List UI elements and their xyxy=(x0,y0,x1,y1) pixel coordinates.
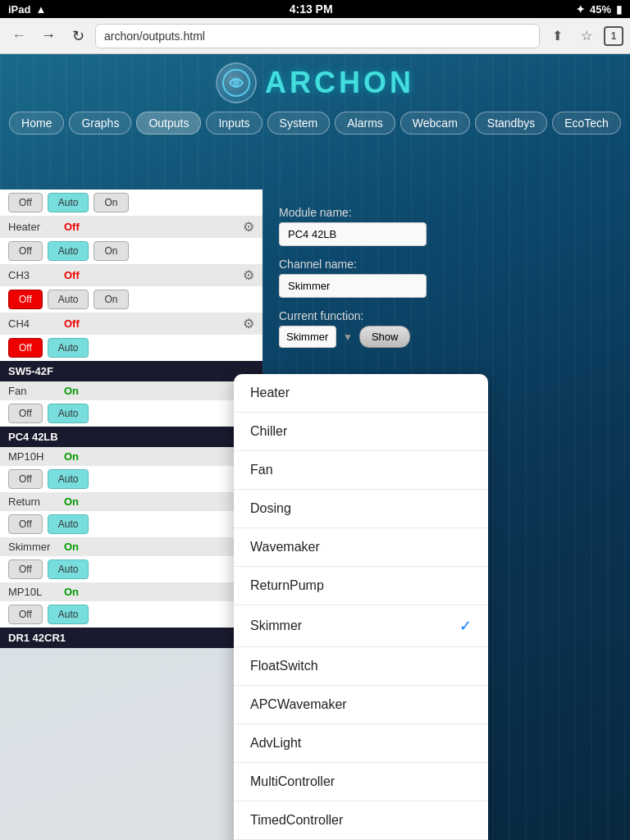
reload-button[interactable]: ↻ xyxy=(66,24,90,48)
dropdown-apcwavemaker[interactable]: APCWavemaker xyxy=(234,686,488,724)
mp10l-name: MP10L xyxy=(8,586,57,598)
sw5-section-header: SW5-42F xyxy=(0,361,262,381)
bluetooth-icon: ✦ xyxy=(576,3,585,16)
ch3-status: Off xyxy=(64,269,80,281)
fan-control-row: Off Auto xyxy=(0,400,262,427)
status-left: iPad ▲ xyxy=(8,3,46,16)
skimmer-auto-btn[interactable]: Auto xyxy=(48,559,89,579)
channel-name-input[interactable] xyxy=(279,274,427,298)
auto-btn-2[interactable]: Auto xyxy=(48,241,89,261)
ch4-name: CH4 xyxy=(8,317,57,330)
skimmer-name: Skimmer xyxy=(8,541,57,553)
dropdown-timedcontroller[interactable]: TimedController xyxy=(234,801,488,840)
show-button[interactable]: Show xyxy=(359,326,411,348)
off-btn-2[interactable]: Off xyxy=(8,241,43,261)
heater-status: Off xyxy=(64,221,80,233)
forward-button[interactable]: → xyxy=(36,24,61,48)
nav-graphs[interactable]: Graphs xyxy=(69,112,131,135)
function-select[interactable]: Skimmer xyxy=(279,326,336,348)
dropdown-returnpump-label: ReturnPump xyxy=(250,578,324,593)
mp10l-device-row: MP10L On xyxy=(0,582,262,601)
off-btn-4[interactable]: Off xyxy=(8,338,43,358)
mp10l-status: On xyxy=(64,586,79,598)
ch4-gear-icon[interactable]: ⚙ xyxy=(243,316,254,331)
dropdown-timedcontroller-label: TimedController xyxy=(250,813,343,828)
skimmer-off-btn[interactable]: Off xyxy=(8,559,43,579)
bookmark-button[interactable]: ☆ xyxy=(574,24,599,48)
tab-badge[interactable]: 1 xyxy=(604,26,623,46)
fan-status: On xyxy=(64,385,79,397)
fan-auto-btn[interactable]: Auto xyxy=(48,404,89,423)
ch3-gear-icon[interactable]: ⚙ xyxy=(243,267,254,283)
control-row-2: Off Auto On xyxy=(0,238,262,264)
dropdown-heater[interactable]: Heater xyxy=(234,374,488,413)
browser-bar: ← → ↻ archon/outputs.html ⬆ ☆ 1 xyxy=(0,18,630,54)
dropdown-chiller-label: Chiller xyxy=(250,424,287,439)
off-btn-1[interactable]: Off xyxy=(8,193,43,212)
mp10l-auto-btn[interactable]: Auto xyxy=(48,605,89,624)
on-btn-1[interactable]: On xyxy=(94,193,128,212)
dropdown-chiller[interactable]: Chiller xyxy=(234,413,488,451)
nav-alarms[interactable]: Alarms xyxy=(335,112,395,135)
module-name-input[interactable] xyxy=(279,222,427,246)
dropdown-dosing-label: Dosing xyxy=(250,501,291,516)
nav-webcam[interactable]: Webcam xyxy=(400,112,470,135)
time-display: 4:13 PM xyxy=(290,2,333,16)
dropdown-returnpump[interactable]: ReturnPump xyxy=(234,567,488,605)
on-btn-2[interactable]: On xyxy=(94,241,128,261)
url-text: archon/outputs.html xyxy=(104,30,205,43)
back-button[interactable]: ← xyxy=(7,24,31,48)
dropdown-fan[interactable]: Fan xyxy=(234,451,488,490)
fan-name: Fan xyxy=(8,385,57,397)
return-auto-btn[interactable]: Auto xyxy=(48,514,89,534)
mp10h-off-btn[interactable]: Off xyxy=(8,469,43,489)
fan-device-row: Fan On xyxy=(0,381,262,400)
module-name-label: Module name: xyxy=(279,206,614,219)
on-btn-3[interactable]: On xyxy=(94,290,128,309)
logo-area: ARCHON xyxy=(216,62,414,103)
page-background: ARCHON Home Graphs Outputs Inputs System… xyxy=(0,54,630,840)
heater-device-row: Heater Off ⚙ xyxy=(0,216,262,238)
current-function-label: Current function: xyxy=(279,309,614,322)
url-bar[interactable]: archon/outputs.html xyxy=(95,24,540,48)
auto-btn-4[interactable]: Auto xyxy=(48,338,89,358)
nav-system[interactable]: System xyxy=(267,112,331,135)
return-control-row: Off Auto xyxy=(0,511,262,537)
dropdown-skimmer[interactable]: Skimmer ✓ xyxy=(234,605,488,647)
current-function-group: Current function: Skimmer ▼ Show xyxy=(279,309,614,348)
dropdown-floatswitch[interactable]: FloatSwitch xyxy=(234,647,488,686)
module-name-group: Module name: xyxy=(279,206,614,246)
nav-home[interactable]: Home xyxy=(9,112,64,135)
dropdown-advlight[interactable]: AdvLight xyxy=(234,724,488,763)
auto-btn-1[interactable]: Auto xyxy=(48,193,89,212)
dropdown-multicontroller[interactable]: MultiController xyxy=(234,763,488,801)
return-name: Return xyxy=(8,495,57,508)
fan-off-btn[interactable]: Off xyxy=(8,404,43,423)
skimmer-status: On xyxy=(64,541,79,553)
heater-name: Heater xyxy=(8,221,57,233)
off-btn-3[interactable]: Off xyxy=(8,290,43,309)
dropdown-heater-label: Heater xyxy=(250,386,290,400)
return-off-btn[interactable]: Off xyxy=(8,514,43,534)
left-panel: Off Auto On Heater Off ⚙ Off Auto On CH3… xyxy=(0,189,262,840)
mp10l-control-row: Off Auto xyxy=(0,601,262,628)
share-button[interactable]: ⬆ xyxy=(545,24,569,48)
nav-standbys[interactable]: Standbys xyxy=(475,112,547,135)
nav-ecotech[interactable]: EcoTech xyxy=(552,112,621,135)
dropdown-advlight-label: AdvLight xyxy=(250,736,301,751)
skimmer-check-icon: ✓ xyxy=(459,617,472,635)
mp10l-off-btn[interactable]: Off xyxy=(8,605,43,624)
dropdown-dosing[interactable]: Dosing xyxy=(234,490,488,528)
nav-inputs[interactable]: Inputs xyxy=(206,112,262,135)
mp10h-auto-btn[interactable]: Auto xyxy=(48,469,89,489)
dropdown-floatswitch-label: FloatSwitch xyxy=(250,659,318,673)
control-row-3: Off Auto On xyxy=(0,286,262,313)
auto-btn-3[interactable]: Auto xyxy=(48,290,89,309)
dropdown-wavemaker[interactable]: Wavemaker xyxy=(234,528,488,567)
nav-outputs[interactable]: Outputs xyxy=(136,112,201,135)
heater-gear-icon[interactable]: ⚙ xyxy=(243,219,254,235)
dropdown-multicontroller-label: MultiController xyxy=(250,774,335,789)
return-device-row: Return On xyxy=(0,492,262,511)
logo-icon xyxy=(216,62,257,103)
ch4-device-row: CH4 Off ⚙ xyxy=(0,313,262,335)
